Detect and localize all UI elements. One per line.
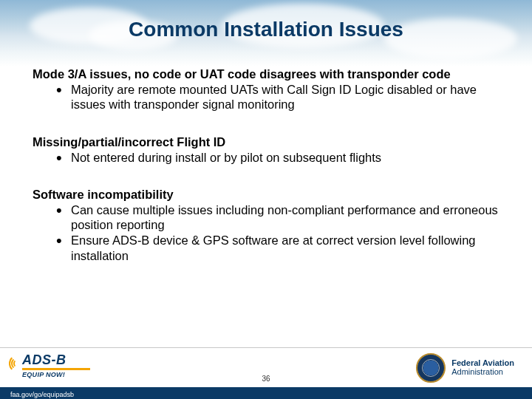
bullet-icon: •: [56, 202, 61, 216]
spacer: [33, 112, 499, 134]
bullet-item: • Majority are remote mounted UATs with …: [56, 82, 499, 112]
spacer: [33, 165, 499, 187]
page-number: 36: [0, 375, 532, 383]
bullet-item: • Not entered during install or by pilot…: [56, 150, 499, 166]
footer-divider: [0, 347, 532, 348]
section-heading: Software incompatibility: [33, 187, 499, 202]
bullet-icon: •: [56, 82, 61, 95]
slide-content: Mode 3/A issues, no code or UAT code dis…: [33, 66, 499, 263]
adsb-logo-text: ADS-B: [22, 353, 90, 366]
slide: Common Installation Issues Mode 3/A issu…: [0, 0, 532, 399]
bullet-text: Ensure ADS-B device & GPS software are a…: [71, 233, 499, 263]
footer-bar: faa.gov/go/equipadsb: [0, 387, 532, 399]
bullet-text: Majority are remote mounted UATs with Ca…: [71, 82, 499, 112]
bullet-item: • Ensure ADS-B device & GPS software are…: [56, 233, 499, 263]
slide-footer: ADS-B EQUIP NOW! Federal Aviation Admini…: [0, 347, 532, 399]
section-heading: Mode 3/A issues, no code or UAT code dis…: [33, 66, 499, 82]
bullet-icon: •: [56, 150, 61, 163]
bullet-text: Can cause multiple issues including non-…: [71, 202, 499, 233]
bullet-text: Not entered during install or by pilot o…: [71, 150, 499, 166]
slide-title: Common Installation Issues: [0, 18, 532, 41]
adsb-logo-bar: [22, 368, 90, 370]
footer-url: faa.gov/go/equipadsb: [10, 391, 74, 398]
bullet-item: • Can cause multiple issues including no…: [56, 202, 499, 233]
section-heading: Missing/partial/incorrect Flight ID: [33, 134, 499, 150]
bullet-icon: •: [56, 233, 61, 246]
